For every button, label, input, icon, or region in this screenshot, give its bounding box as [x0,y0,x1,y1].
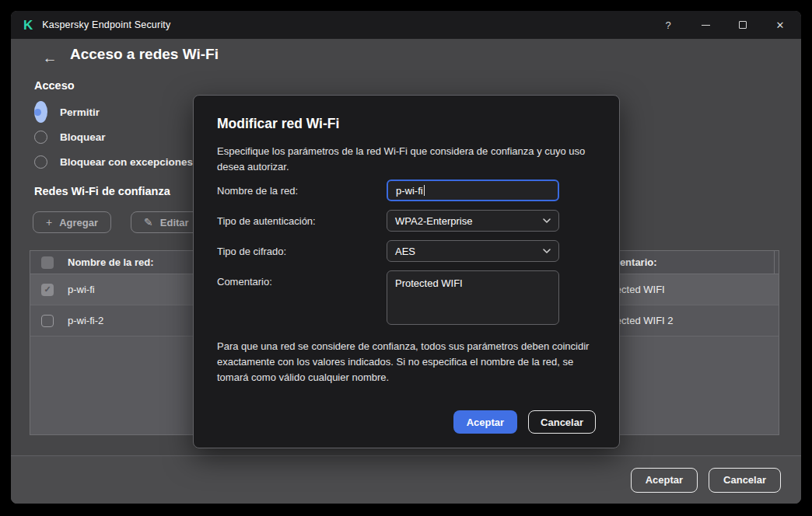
titlebar: K Kaspersky Endpoint Security ? ✕ [11,11,801,39]
auth-type-select[interactable]: WPA2-Enterprise [387,210,559,232]
footer-accept-button[interactable]: Aceptar [631,468,698,493]
network-name-cell: p-wi-fi-2 [68,315,103,326]
chevron-down-icon [543,249,551,253]
back-button[interactable]: ← [39,48,61,68]
dialog-description: Especifique los parámetros de la red Wi-… [217,144,601,174]
page-footer: Aceptar Cancelar [11,455,801,504]
network-name-value: p-wi-fi [396,185,423,197]
radio-option-bloquear[interactable]: Bloquear [34,124,193,149]
edit-button-label: Editar [160,217,189,228]
page-title: Acceso a redes Wi-Fi [70,46,219,63]
app-title: Kaspersky Endpoint Security [42,19,170,30]
dialog-title: Modificar red Wi-Fi [217,116,339,132]
network-name-cell: p-wi-fi [68,284,95,295]
row-checkbox-checked[interactable]: ✓ [41,284,54,296]
access-heading: Acceso [34,79,75,92]
plus-icon: + [46,216,52,228]
encryption-type-select[interactable]: AES [387,240,559,262]
dialog-cancel-button[interactable]: Cancelar [528,410,596,434]
text-caret [424,185,425,196]
radio-label: Bloquear con excepciones [60,156,193,168]
column-divider [774,251,775,274]
edit-button[interactable]: ✎ Editar [131,211,202,233]
minimize-button[interactable] [694,14,717,36]
select-all-checkbox[interactable] [41,256,54,269]
maximize-icon [739,21,747,29]
main-content: ← Acceso a redes Wi-Fi Acceso Permitir B… [11,39,801,504]
close-button[interactable]: ✕ [768,14,792,36]
kaspersky-logo-icon: K [23,19,33,32]
radio-icon [34,155,47,169]
network-name-input[interactable]: p-wi-fi [387,180,559,201]
row-checkbox-unchecked[interactable] [41,315,54,327]
trusted-networks-heading: Redes Wi-Fi de confianza [34,185,170,197]
radio-label: Bloquear [60,131,106,143]
comment-value: Protected WIFI [395,277,463,289]
radio-label: Permitir [60,106,100,118]
add-button[interactable]: + Agregar [33,211,111,233]
network-name-label: Nombre de la red: [217,185,298,197]
table-toolbar: + Agregar ✎ Editar [33,211,202,233]
radio-selected-icon [34,101,47,123]
encryption-type-label: Tipo de cifrado: [217,246,286,257]
modify-wifi-dialog: Modificar red Wi-Fi Especifique los pará… [193,95,620,448]
app-window: K Kaspersky Endpoint Security ? ✕ ← Acce… [11,11,801,504]
dialog-buttons: Aceptar Cancelar [453,410,596,434]
radio-option-permitir[interactable]: Permitir [34,99,193,124]
access-radio-group: Permitir Bloquear Bloquear con excepcion… [34,99,193,174]
pencil-icon: ✎ [144,216,153,228]
radio-icon [34,131,47,144]
dialog-note: Para que una red se considere de confian… [217,339,601,385]
minimize-icon [702,25,710,26]
auth-type-label: Tipo de autenticación: [217,215,316,227]
comment-textarea[interactable]: Protected WIFI [387,270,559,325]
encryption-type-value: AES [395,246,415,257]
chevron-down-icon [543,218,551,223]
help-button[interactable]: ? [656,14,680,36]
auth-type-value: WPA2-Enterprise [395,215,472,227]
comment-label: Comentario: [217,276,272,288]
dialog-accept-button[interactable]: Aceptar [453,410,517,434]
footer-cancel-button[interactable]: Cancelar [709,468,781,493]
column-network-name: Nombre de la red: [68,256,154,268]
maximize-button[interactable] [731,14,754,36]
radio-option-bloquear-con-excepciones[interactable]: Bloquear con excepciones [34,149,193,174]
add-button-label: Agregar [59,217,98,228]
